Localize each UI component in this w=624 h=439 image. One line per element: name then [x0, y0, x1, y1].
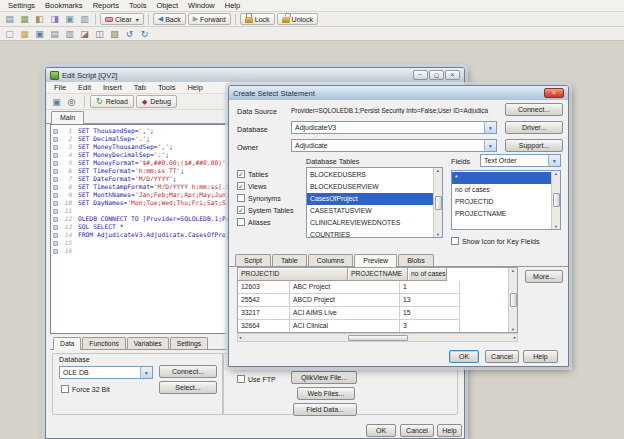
ok-button[interactable]: OK	[449, 350, 479, 363]
connect-button[interactable]: Connect...	[159, 365, 217, 378]
scrollbar-thumb[interactable]	[510, 293, 517, 307]
dialog-tab[interactable]: Blobs	[398, 254, 434, 266]
tab-main[interactable]: Main	[51, 111, 84, 124]
undo-icon[interactable]: ↺	[123, 28, 136, 40]
column-header[interactable]: no of cases	[408, 268, 447, 281]
editor-menu-item[interactable]: Tools	[152, 82, 182, 93]
save-icon[interactable]: ▣	[33, 28, 46, 40]
app-menu-item[interactable]: Reports	[88, 0, 124, 11]
reload-button[interactable]: Reload	[90, 95, 134, 108]
paint-icon[interactable]: ◨	[48, 13, 61, 25]
support-button[interactable]: Support...	[505, 139, 563, 152]
use-ftp-checkbox[interactable]: Use FTP	[237, 375, 276, 383]
ok-button[interactable]: OK	[366, 424, 396, 437]
list-item[interactable]: *	[452, 172, 551, 184]
list-item[interactable]: CLINICALREVIEWEDNOTES	[307, 217, 433, 229]
fields-list[interactable]: ▴▾ *no of casesPROJECTIDPROJECTNAME	[451, 170, 561, 230]
maximize-icon[interactable]	[429, 70, 444, 80]
table-row[interactable]: 25542ABCD Project13	[238, 294, 517, 307]
field-data-button[interactable]: Field Data...	[293, 403, 357, 416]
app-menu-item[interactable]: Settings	[3, 0, 40, 11]
editor-bottom-tab[interactable]: Settings	[170, 337, 209, 349]
paste-icon[interactable]: ▧	[108, 28, 121, 40]
show-icon-key-fields-checkbox[interactable]: Show Icon for Key Fields	[451, 237, 539, 245]
select-button[interactable]: Select...	[159, 381, 217, 394]
sheet-icon[interactable]: ▤	[3, 13, 16, 25]
lock-button[interactable]: Lock	[240, 13, 275, 25]
web-files-button[interactable]: Web Files...	[297, 387, 355, 400]
list-item[interactable]: COUNTRIES	[307, 229, 433, 238]
debug-button[interactable]: Debug	[136, 95, 177, 108]
dialog-tab[interactable]: Preview	[354, 254, 397, 267]
close-icon[interactable]	[544, 88, 564, 98]
list-item[interactable]: PROJECTNAME	[452, 208, 551, 220]
editor-menu-item[interactable]: Insert	[97, 82, 128, 93]
connect-button[interactable]: Connect...	[505, 103, 563, 116]
help-button[interactable]: Help	[523, 350, 558, 363]
dialog-titlebar[interactable]: Create Select Statement	[229, 86, 568, 100]
filter-checkbox[interactable]: ✓System Tables	[237, 206, 293, 214]
table-row[interactable]: 32664ACI Clinical3	[238, 320, 517, 333]
app-menu-item[interactable]: Help	[220, 0, 245, 11]
print-icon[interactable]: ▤	[48, 28, 61, 40]
list-item[interactable]: no of cases	[452, 184, 551, 196]
table-row[interactable]: 12603ABC Project1	[238, 281, 517, 294]
list-item[interactable]: CasesOfProject	[307, 193, 433, 205]
editor-bottom-tab[interactable]: Variables	[127, 337, 169, 349]
cancel-button[interactable]: Cancel	[485, 350, 519, 363]
vertical-scrollbar[interactable]: ▴▾	[508, 268, 517, 332]
open-folder-icon[interactable]: ▦	[18, 28, 31, 40]
clear-button[interactable]: Clear	[100, 13, 144, 25]
more-button[interactable]: More...	[525, 270, 563, 283]
app-menu-item[interactable]: Bookmarks	[40, 0, 88, 11]
scrollbar-thumb[interactable]	[348, 335, 408, 341]
preview-table[interactable]: PROJECTIDPROJECTNAMEno of cases 12603ABC…	[237, 267, 518, 333]
app-menu-item[interactable]: Window	[183, 0, 220, 11]
scrollbar-thumb[interactable]	[553, 193, 560, 207]
list-item[interactable]: BLOCKEDUSERVIEW	[307, 181, 433, 193]
find-icon[interactable]: ◎	[65, 96, 78, 108]
edit-script-titlebar[interactable]: Edit Script [QV2]	[46, 68, 464, 82]
redo-icon[interactable]: ↻	[138, 28, 151, 40]
dialog-tab[interactable]: Table	[272, 254, 307, 266]
horizontal-scrollbar[interactable]: ◂▸	[237, 333, 518, 342]
list-item[interactable]: BLOCKEDUSERS	[307, 169, 433, 181]
forward-button[interactable]: Forward	[188, 13, 231, 25]
filter-checkbox[interactable]: Synonyms	[237, 194, 281, 202]
scrollbar-thumb[interactable]	[435, 196, 442, 210]
column-header[interactable]: PROJECTNAME	[348, 268, 408, 281]
filter-checkbox[interactable]: ✓Views	[237, 182, 267, 190]
editor-menu-item[interactable]: Help	[181, 82, 208, 93]
force-32bit-checkbox[interactable]: Force 32 Bit	[61, 385, 110, 393]
table-row[interactable]: 33217ACI AIMS Live15	[238, 307, 517, 320]
vertical-scrollbar[interactable]: ▴▾	[551, 171, 560, 229]
list-item[interactable]: PROJECTID	[452, 196, 551, 208]
editor-bottom-tab[interactable]: Functions	[82, 337, 125, 349]
filter-checkbox[interactable]: Aliases	[237, 218, 271, 226]
cut-icon[interactable]: ◪	[78, 28, 91, 40]
back-button[interactable]: Back	[153, 13, 186, 25]
minimize-icon[interactable]	[413, 70, 428, 80]
app-menu-item[interactable]: Tools	[124, 0, 152, 11]
fields-order-select[interactable]: Text Order	[480, 154, 561, 167]
help-button[interactable]: Help	[437, 424, 462, 437]
new-file-icon[interactable]: ▢	[3, 28, 16, 40]
filter-checkbox[interactable]: ✓Tables	[237, 170, 268, 178]
driver-button[interactable]: Driver...	[505, 121, 563, 134]
format-icon[interactable]: ◧	[33, 13, 46, 25]
layout-icon[interactable]: ▦	[18, 13, 31, 25]
dialog-tab[interactable]: Script	[235, 254, 271, 266]
save-icon[interactable]: ▣	[50, 96, 63, 108]
database-tables-list[interactable]: ▴▾ BLOCKEDUSERSBLOCKEDUSERVIEWCasesOfPro…	[306, 167, 443, 238]
chart-icon[interactable]: ▣	[63, 13, 76, 25]
vertical-scrollbar[interactable]: ▴▾	[433, 168, 442, 237]
database-type-select[interactable]: OLE DB	[59, 366, 153, 379]
table-icon[interactable]: ▥	[78, 13, 91, 25]
editor-bottom-tab[interactable]: Data	[53, 337, 81, 350]
close-icon[interactable]	[445, 70, 460, 80]
app-menu-item[interactable]: Object	[151, 0, 183, 11]
editor-menu-item[interactable]: Edit	[72, 82, 97, 93]
list-item[interactable]: CASESTATUSVIEW	[307, 205, 433, 217]
column-header[interactable]: PROJECTID	[238, 268, 348, 281]
editor-menu-item[interactable]: File	[48, 82, 72, 93]
